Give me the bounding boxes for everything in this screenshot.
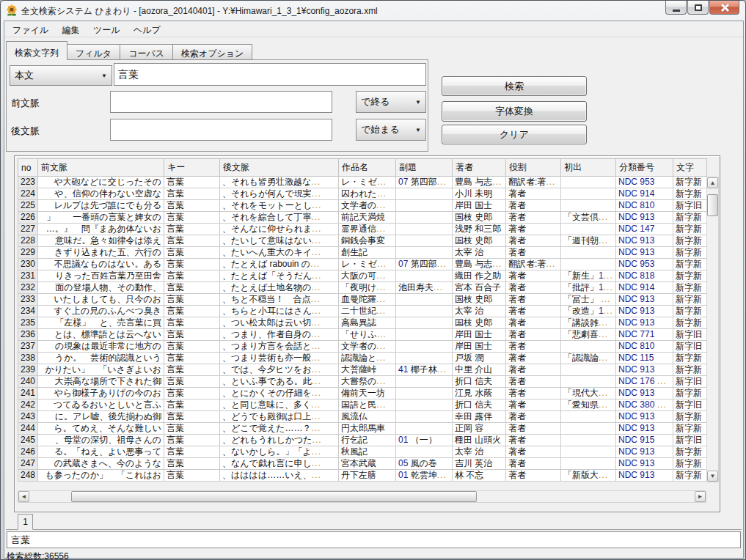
cell-prev[interactable]: も参ったのか」 「これはお (38, 470, 164, 482)
cell-first_pub[interactable] (561, 177, 616, 188)
cell-role[interactable]: 著者 (506, 224, 561, 235)
cell-author[interactable]: 国枝 史郎 (453, 317, 506, 329)
cell-prev[interactable]: に。アレ嘘、後先揃わぬ御 (38, 411, 164, 423)
cell-script[interactable]: 新字旧 (673, 329, 707, 341)
menu-edit[interactable]: 編集 (57, 21, 85, 39)
cell-author[interactable]: 浅野 和三郎 (453, 224, 506, 235)
cell-next[interactable]: 、つまり、作者自身の... (220, 329, 339, 341)
cell-key[interactable]: 言葉 (164, 458, 220, 470)
horizontal-scrollbar[interactable]: ◄ ► (18, 490, 706, 503)
cell-work[interactable]: 円太郎馬車 (339, 423, 396, 435)
cell-role[interactable]: 著者 (506, 247, 561, 259)
cell-no[interactable]: 242 (18, 399, 38, 411)
cell-next[interactable]: 、どうでも殿御は口上... (220, 411, 339, 423)
cell-prev[interactable]: 」 一番頭の言葉と婢女の (38, 212, 164, 224)
cell-script[interactable]: 新字新 (673, 470, 707, 482)
table-row[interactable]: 243に。アレ嘘、後先揃わぬ御言葉、どうでも殿御は口上...風流仏幸田 露伴著者… (18, 411, 707, 423)
cell-subtitle[interactable] (396, 235, 453, 247)
cell-no[interactable]: 235 (18, 317, 38, 329)
column-header-first_pub[interactable]: 初出 (561, 159, 616, 177)
cell-first_pub[interactable] (561, 446, 616, 458)
cell-first_pub[interactable] (561, 435, 616, 446)
cell-script[interactable]: 新字新 (673, 247, 707, 259)
table-row[interactable]: 239かりたい」 「いさぎよいお言葉、では、今夕ヒツをお...大菩薩峠41 椰子… (18, 364, 707, 376)
cell-role[interactable]: 著者 (506, 341, 561, 353)
cell-first_pub[interactable]: 「文芸倶... (561, 212, 616, 224)
cell-role[interactable]: 著者 (506, 364, 561, 376)
cell-author[interactable]: 国枝 史郎 (453, 212, 506, 224)
cell-ndc[interactable]: NDC 818 (616, 270, 673, 282)
cell-key[interactable]: 言葉 (164, 399, 220, 411)
cell-role[interactable]: 著者 (506, 200, 561, 212)
cell-next[interactable]: 、それをモットーとし... (220, 200, 339, 212)
cell-prev[interactable]: の武蔵さまへ、今のような (38, 458, 164, 470)
cell-prev[interactable]: レルブは先づ誰にでも分る (38, 200, 164, 212)
cell-script[interactable]: 新字新 (673, 458, 707, 470)
cell-subtitle[interactable] (396, 188, 453, 200)
cell-script[interactable]: 新字旧 (673, 435, 707, 446)
cell-script[interactable]: 新字旧 (673, 341, 707, 353)
cell-key[interactable]: 言葉 (164, 235, 220, 247)
menu-file[interactable]: ファイル (7, 21, 54, 39)
cell-author[interactable]: 太宰 治 (453, 446, 506, 458)
vertical-scroll-thumb[interactable] (707, 194, 718, 216)
cell-prev[interactable]: …。』 問『まあ勿体ないお (38, 224, 164, 235)
cell-author[interactable]: 中里 介山 (453, 364, 506, 376)
column-header-next[interactable]: 後文脈 (220, 159, 339, 177)
cell-ndc[interactable]: NDC 147 (616, 224, 673, 235)
cell-next[interactable]: 、と同じ意味に、多く... (220, 399, 339, 411)
cell-first_pub[interactable]: 「愛知県... (561, 399, 616, 411)
table-row[interactable]: 230不思議なものはない。ある言葉、たとえば rabouin の...レ・ミゼ.… (18, 259, 707, 270)
cell-subtitle[interactable] (396, 376, 453, 388)
cell-author[interactable]: 宮本 百合子 (453, 282, 506, 294)
cell-no[interactable]: 241 (18, 388, 38, 399)
column-header-key[interactable]: キー (164, 159, 220, 177)
cell-subtitle[interactable] (396, 247, 453, 259)
cell-prev[interactable]: 大崇高な場所で下された御 (38, 376, 164, 388)
search-button[interactable]: 検索 (442, 76, 587, 96)
cell-script[interactable]: 新字旧 (673, 376, 707, 388)
minimize-button[interactable] (665, 1, 687, 15)
cell-first_pub[interactable]: 「認識論... (561, 353, 616, 364)
table-row[interactable]: 248も参ったのか」 「これはお言葉、はははは……いえ、...丹下左膳01 乾雲… (18, 470, 707, 482)
cell-prev[interactable]: かりたい」 「いさぎよいお (38, 364, 164, 376)
cell-ndc[interactable]: NDC 913 (616, 247, 673, 259)
prev-context-input[interactable] (110, 91, 332, 113)
cell-next[interactable]: 、それを綜合して丁寧... (220, 212, 339, 224)
cell-next[interactable]: 、たいへん重大のキイ... (220, 247, 339, 259)
cell-key[interactable]: 言葉 (164, 306, 220, 317)
cell-prev[interactable]: とは、標準語とは云へない (38, 329, 164, 341)
cell-author[interactable]: 折口 信夫 (453, 399, 506, 411)
cell-author[interactable]: 国枝 史郎 (453, 235, 506, 247)
cell-subtitle[interactable] (396, 224, 453, 235)
table-row[interactable]: 244ら。てめえ、そんな難しい言葉、どこで覚えた……？...円太郎馬車正岡 容著… (18, 423, 707, 435)
cell-ndc[interactable]: NDC 380 ... (616, 399, 673, 411)
cell-key[interactable]: 言葉 (164, 200, 220, 212)
cell-first_pub[interactable] (561, 224, 616, 235)
cell-next[interactable]: 、ないかしら。」「よ... (220, 446, 339, 458)
selected-text-field[interactable]: 言葉 (7, 531, 741, 548)
cell-author[interactable]: 太宰 治 (453, 306, 506, 317)
cell-role[interactable]: 著者 (506, 353, 561, 364)
cell-script[interactable]: 新字新 (673, 446, 707, 458)
cell-author[interactable]: 種田 山頭火 (453, 435, 506, 446)
cell-prev[interactable]: 意味だ。急々如律令は添え (38, 235, 164, 247)
cell-no[interactable]: 233 (18, 294, 38, 306)
cell-prev[interactable]: や、信仰の伴わない空虚な (38, 188, 164, 200)
cell-work[interactable]: レ・ミゼ... (339, 259, 396, 270)
cell-no[interactable]: 246 (18, 446, 38, 458)
cell-work[interactable]: 血曼陀羅... (339, 294, 396, 306)
cell-script[interactable]: 新字旧 (673, 399, 707, 411)
cell-next[interactable]: 、つまり方言を会話と... (220, 341, 339, 353)
cell-prev[interactable]: きずり込まれた五、六行の (38, 247, 164, 259)
cell-no[interactable]: 231 (18, 270, 38, 282)
cell-ndc[interactable]: NDC 913 (616, 212, 673, 224)
cell-work[interactable]: 備前天一坊 (339, 388, 396, 399)
cell-ndc[interactable]: NDC 913 (616, 364, 673, 376)
cell-next[interactable]: 、どれもうれしかつた... (220, 435, 339, 446)
cell-work[interactable]: 認識論と... (339, 353, 396, 364)
cell-next[interactable]: 、ちらと小耳にはさん... (220, 306, 339, 317)
column-header-work[interactable]: 作品名 (339, 159, 396, 177)
cell-next[interactable]: 、では、今夕ヒツをお... (220, 364, 339, 376)
cell-key[interactable]: 言葉 (164, 388, 220, 399)
